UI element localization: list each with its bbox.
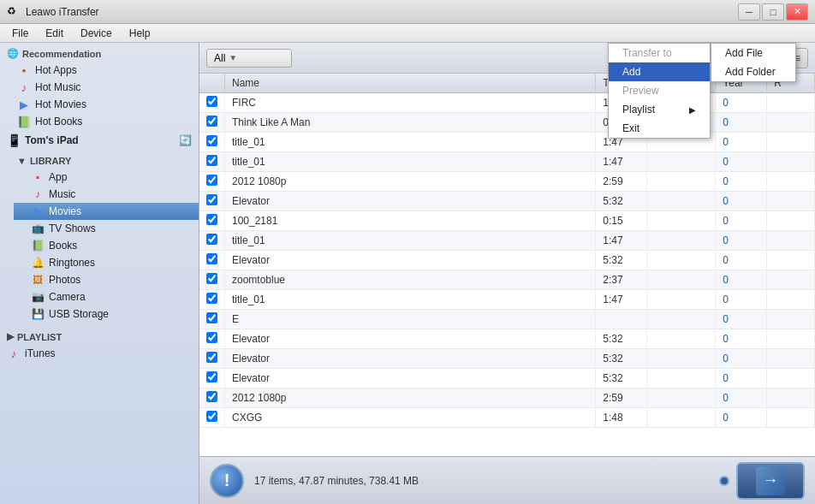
row-checkbox[interactable] bbox=[206, 214, 217, 225]
row-checkbox[interactable] bbox=[206, 273, 217, 284]
row-checkbox-cell[interactable] bbox=[199, 113, 225, 133]
row-checkbox-cell[interactable] bbox=[199, 93, 225, 113]
menu-help[interactable]: Help bbox=[121, 24, 159, 42]
close-button[interactable]: ✕ bbox=[786, 3, 808, 21]
row-checkbox-cell[interactable] bbox=[199, 192, 225, 211]
menu-device[interactable]: Device bbox=[72, 24, 121, 42]
ctx-add[interactable]: Add bbox=[609, 62, 710, 81]
row-checkbox[interactable] bbox=[206, 293, 217, 304]
table-row[interactable]: 2012 1080p 2:59 0 bbox=[199, 388, 815, 408]
table-row[interactable]: title_01 1:47 0 bbox=[199, 290, 815, 310]
ctx-playlist[interactable]: Playlist ▶ bbox=[609, 100, 710, 119]
row-checkbox-cell[interactable] bbox=[199, 172, 225, 192]
row-genre bbox=[647, 310, 716, 329]
table-row[interactable]: Think Like A Man 0:59 0 bbox=[199, 113, 815, 133]
sidebar-item-music[interactable]: ♪ Music bbox=[14, 186, 199, 203]
sidebar-item-usb-storage[interactable]: 💾 USB Storage bbox=[14, 305, 199, 323]
row-checkbox-cell[interactable] bbox=[199, 310, 225, 329]
table-row[interactable]: Elevator 5:32 0 bbox=[199, 192, 815, 211]
sidebar-item-hot-apps[interactable]: ▪ Hot Apps bbox=[0, 62, 199, 79]
row-r bbox=[767, 251, 815, 270]
row-time: 5:32 bbox=[596, 369, 647, 388]
maximize-button[interactable]: □ bbox=[762, 3, 784, 21]
sidebar-item-hot-music[interactable]: ♪ Hot Music bbox=[0, 79, 199, 96]
table-row[interactable]: E 0 bbox=[199, 310, 815, 329]
table-row[interactable]: 100_2181 0:15 0 bbox=[199, 211, 815, 231]
row-checkbox-cell[interactable] bbox=[199, 133, 225, 152]
row-checkbox[interactable] bbox=[206, 116, 217, 127]
row-checkbox[interactable] bbox=[206, 371, 217, 382]
row-year: 0 bbox=[716, 329, 767, 349]
row-checkbox-cell[interactable] bbox=[199, 349, 225, 369]
row-checkbox[interactable] bbox=[206, 312, 217, 323]
ctx-exit[interactable]: Exit bbox=[609, 119, 710, 138]
sidebar-item-ringtones[interactable]: 🔔 Ringtones bbox=[14, 254, 199, 271]
device-section[interactable]: 📱 Tom's iPad 🔄 bbox=[0, 130, 199, 151]
table-row[interactable]: FIRC 1:27 0 bbox=[199, 93, 815, 113]
sidebar-item-books[interactable]: 📗 Books bbox=[14, 237, 199, 254]
row-checkbox[interactable] bbox=[206, 411, 217, 422]
table-row[interactable]: CXGG 1:48 0 bbox=[199, 408, 815, 428]
table-row[interactable]: title_01 1:47 0 bbox=[199, 152, 815, 172]
row-checkbox-cell[interactable] bbox=[199, 270, 225, 290]
sidebar-item-app[interactable]: ▪ App bbox=[14, 169, 199, 186]
sidebar-item-hot-books[interactable]: 📗 Hot Books bbox=[0, 113, 199, 130]
row-year: 0 bbox=[716, 192, 767, 211]
table-row[interactable]: title_01 1:47 0 bbox=[199, 133, 815, 152]
sidebar-item-movies[interactable]: ▶ Movies bbox=[14, 203, 199, 220]
sidebar-item-camera[interactable]: 📷 Camera bbox=[14, 288, 199, 305]
table-row[interactable]: title_01 1:47 0 bbox=[199, 231, 815, 251]
table-row[interactable]: Elevator 5:32 0 bbox=[199, 251, 815, 270]
row-checkbox[interactable] bbox=[206, 155, 217, 166]
filter-dropdown[interactable]: All ▼ bbox=[206, 49, 292, 68]
row-checkbox[interactable] bbox=[206, 175, 217, 186]
row-genre bbox=[647, 388, 716, 408]
dropdown-arrow-icon: ▼ bbox=[229, 53, 237, 62]
row-checkbox-cell[interactable] bbox=[199, 290, 225, 310]
row-year: 0 bbox=[716, 152, 767, 172]
row-checkbox[interactable] bbox=[206, 96, 217, 107]
sidebar-item-itunes[interactable]: ♪ iTunes bbox=[0, 345, 199, 362]
collapse-arrow-icon: ▼ bbox=[17, 156, 27, 166]
sidebar-item-hot-movies[interactable]: ▶ Hot Movies bbox=[0, 96, 199, 113]
row-checkbox-cell[interactable] bbox=[199, 408, 225, 428]
row-checkbox[interactable] bbox=[206, 391, 217, 402]
ctx-add-file[interactable]: Add File bbox=[711, 44, 795, 62]
menu-file[interactable]: File bbox=[3, 24, 37, 42]
row-r bbox=[767, 270, 815, 290]
table-row[interactable]: Elevator 5:32 0 bbox=[199, 349, 815, 369]
row-name: title_01 bbox=[225, 152, 596, 172]
row-checkbox-cell[interactable] bbox=[199, 369, 225, 388]
row-checkbox[interactable] bbox=[206, 194, 217, 205]
menu-bar: File Edit Device Help bbox=[0, 24, 815, 43]
row-time: 5:32 bbox=[596, 251, 647, 270]
transfer-button[interactable]: → bbox=[736, 462, 805, 500]
sidebar-item-photos[interactable]: 🖼 Photos bbox=[14, 271, 199, 288]
table-row[interactable]: zoomtoblue 2:37 0 bbox=[199, 270, 815, 290]
row-year: 0 bbox=[716, 369, 767, 388]
row-checkbox-cell[interactable] bbox=[199, 211, 225, 231]
col-name[interactable]: Name bbox=[225, 74, 596, 93]
table-row[interactable]: 2012 1080p 2:59 0 bbox=[199, 172, 815, 192]
sidebar-item-tv-shows[interactable]: 📺 TV Shows bbox=[14, 220, 199, 237]
sidebar-playlist-header[interactable]: ▶ PLAYLIST bbox=[0, 326, 199, 345]
row-checkbox-cell[interactable] bbox=[199, 231, 225, 251]
row-checkbox-cell[interactable] bbox=[199, 251, 225, 270]
row-checkbox[interactable] bbox=[206, 253, 217, 264]
hot-books-icon: 📗 bbox=[17, 116, 31, 127]
row-checkbox-cell[interactable] bbox=[199, 329, 225, 349]
minimize-button[interactable]: ─ bbox=[738, 3, 760, 21]
row-checkbox[interactable] bbox=[206, 352, 217, 363]
ctx-transfer-to: Transfer to bbox=[609, 44, 710, 62]
table-row[interactable]: Elevator 5:32 0 bbox=[199, 329, 815, 349]
ctx-add-folder[interactable]: Add Folder bbox=[711, 62, 795, 81]
row-checkbox[interactable] bbox=[206, 234, 217, 245]
row-checkbox-cell[interactable] bbox=[199, 152, 225, 172]
row-checkbox-cell[interactable] bbox=[199, 388, 225, 408]
table-row[interactable]: Elevator 5:32 0 bbox=[199, 369, 815, 388]
menu-edit[interactable]: Edit bbox=[37, 24, 72, 42]
row-r bbox=[767, 152, 815, 172]
books-icon: 📗 bbox=[31, 240, 45, 252]
row-checkbox[interactable] bbox=[206, 332, 217, 343]
row-checkbox[interactable] bbox=[206, 135, 217, 146]
